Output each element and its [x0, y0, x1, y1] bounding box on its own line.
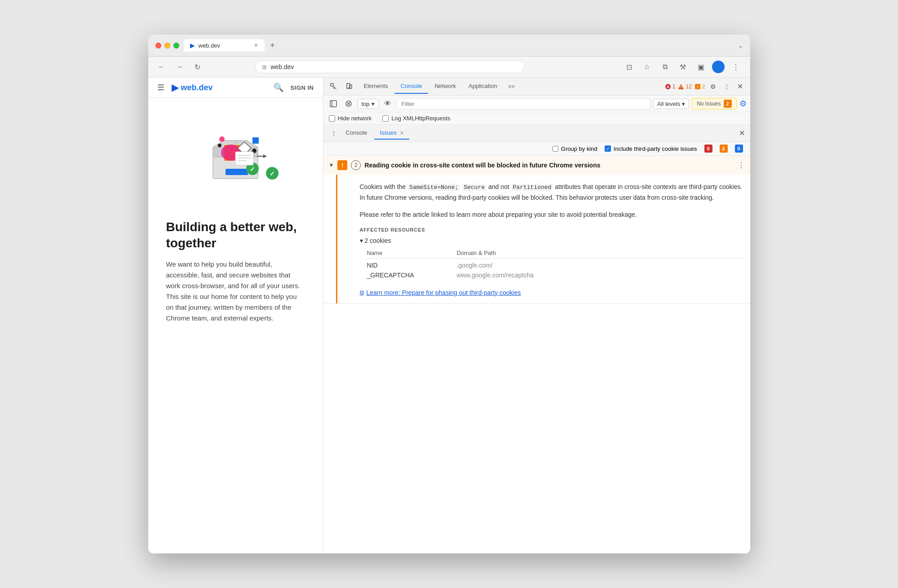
- tab-console[interactable]: Console: [394, 79, 429, 94]
- filter-input[interactable]: [397, 98, 650, 110]
- log-xmlhttp-checkbox[interactable]: [382, 115, 389, 122]
- col-name-header: Name: [367, 250, 457, 256]
- log-xmlhttp-label[interactable]: Log XMLHttpRequests: [382, 115, 450, 122]
- tab-elements[interactable]: Elements: [358, 79, 394, 94]
- close-button[interactable]: [155, 43, 161, 48]
- site-logo: ▶ web.dev: [172, 82, 213, 93]
- log-levels-label: All levels: [657, 101, 680, 107]
- tab-close-icon[interactable]: ✕: [254, 42, 258, 48]
- cookie-row-grecaptcha: _GRECAPTCHA www.google.com/recaptcha: [367, 270, 743, 280]
- devtools-settings-icon[interactable]: ⚙: [707, 80, 720, 93]
- info-count-badge: 0: [735, 145, 743, 153]
- profile-avatar[interactable]: 👤: [712, 61, 725, 73]
- extensions-icon[interactable]: ⧉: [658, 60, 672, 74]
- site-nav: ☰ ▶ web.dev 🔍 SIGN IN: [148, 78, 323, 98]
- url-text: web.dev: [270, 63, 294, 70]
- drawer-console-tab[interactable]: Console: [341, 127, 373, 140]
- cookies-toggle[interactable]: ▾ 2 cookies: [360, 237, 743, 244]
- affected-resources-label: AFFECTED RESOURCES: [360, 227, 743, 233]
- devtools-close-icon[interactable]: ✕: [734, 80, 747, 93]
- tab-application[interactable]: Application: [462, 79, 504, 94]
- no-issues-button[interactable]: No Issues 2: [692, 98, 736, 110]
- menu-icon[interactable]: ⋮: [729, 60, 743, 74]
- learn-more-text: Learn more: Prepare for phasing out thir…: [367, 289, 521, 296]
- svg-rect-31: [330, 101, 336, 107]
- devtools-icon[interactable]: ⚒: [676, 60, 690, 74]
- info-badge: ! 2: [695, 83, 705, 90]
- back-button[interactable]: ←: [155, 61, 168, 73]
- site-logo-text: web.dev: [181, 83, 213, 92]
- group-by-kind-checkbox[interactable]: [553, 146, 558, 152]
- svg-marker-20: [263, 154, 267, 158]
- issue-more-options-icon[interactable]: ⋮: [738, 161, 745, 170]
- inspect-element-icon[interactable]: [327, 80, 341, 93]
- svg-text:✕: ✕: [666, 85, 670, 89]
- url-bar[interactable]: ⊞ web.dev: [255, 61, 525, 73]
- sidebar-toggle-icon[interactable]: ▣: [694, 60, 708, 74]
- devtools-more-icon[interactable]: ⋮: [721, 80, 733, 93]
- issue-count-badge: 2: [351, 160, 361, 170]
- cookie-name-nid: NID: [367, 262, 457, 269]
- browser-window: ▶ web.dev ✕ + ⌄ ← → ↻ ⊞ web.dev ⊡ ☆ ⧉ ⚒ …: [148, 35, 750, 553]
- drawer-issues-tab[interactable]: Issues ✕: [374, 127, 409, 140]
- info-icon: !: [695, 83, 701, 90]
- close-drawer-icon[interactable]: ✕: [739, 129, 745, 137]
- learn-more-link[interactable]: ⧉ Learn more: Prepare for phasing out th…: [360, 289, 743, 296]
- window-controls-icon[interactable]: ⌄: [738, 42, 743, 49]
- issues-tab-bar: ⋮ Console Issues ✕ ✕: [323, 125, 750, 142]
- error-icon: ✕: [665, 83, 671, 90]
- hide-network-label[interactable]: Hide network: [329, 115, 372, 122]
- clear-console-button[interactable]: [342, 97, 355, 110]
- console-settings-icon[interactable]: ⚙: [739, 99, 747, 109]
- log-levels-arrow: ▾: [682, 101, 685, 107]
- forward-button[interactable]: →: [173, 61, 186, 73]
- context-value: top: [362, 101, 370, 107]
- active-tab[interactable]: ▶ web.dev ✕: [184, 39, 265, 52]
- context-dropdown[interactable]: top ▾: [358, 99, 379, 109]
- live-expressions-icon[interactable]: 👁: [381, 97, 394, 110]
- group-by-kind-label: Group by kind: [561, 145, 597, 152]
- hide-network-checkbox[interactable]: [329, 115, 335, 122]
- bookmark-icon[interactable]: ☆: [640, 60, 654, 74]
- error-badge: ✕ 1: [665, 83, 676, 90]
- issue-header[interactable]: ▼ ! 2 Reading cookie in cross-site conte…: [323, 156, 750, 175]
- sidebar-toggle-button[interactable]: [327, 97, 340, 110]
- cast-icon[interactable]: ⊡: [622, 60, 636, 74]
- tab-network[interactable]: Network: [428, 79, 462, 94]
- hamburger-menu-icon[interactable]: ☰: [157, 83, 164, 92]
- title-bar: ▶ web.dev ✕ + ⌄: [148, 35, 750, 57]
- third-party-cookies-group: ✓ Include third-party cookie issues: [605, 145, 697, 152]
- main-content: ☰ ▶ web.dev 🔍 SIGN IN: [148, 78, 750, 553]
- address-actions: ⊡ ☆ ⧉ ⚒ ▣ 👤 ⋮: [622, 60, 743, 74]
- issues-tab-close-icon[interactable]: ✕: [400, 130, 404, 136]
- third-party-checkbox[interactable]: ✓: [605, 145, 611, 152]
- sign-in-button[interactable]: SIGN IN: [291, 84, 314, 91]
- hero-description: We want to help you build beautiful, acc…: [166, 259, 305, 324]
- svg-text:✓: ✓: [270, 170, 275, 177]
- maximize-button[interactable]: [173, 43, 179, 48]
- site-search-icon[interactable]: 🔍: [274, 83, 283, 92]
- new-tab-button[interactable]: +: [266, 39, 279, 52]
- issues-content: ▼ ! 2 Reading cookie in cross-site conte…: [323, 156, 750, 553]
- svg-text:!: !: [681, 85, 682, 89]
- drawer-options-icon[interactable]: ⋮: [329, 128, 339, 139]
- svg-rect-15: [235, 152, 253, 165]
- error-count-badge: 0: [704, 145, 712, 153]
- issue-item: ▼ ! 2 Reading cookie in cross-site conte…: [323, 156, 750, 304]
- hero-title: Building a better web, together: [166, 219, 305, 252]
- col-domain-header: Domain & Path: [457, 250, 743, 256]
- warning-badge: ! 12: [678, 83, 691, 90]
- cookies-table-header: Name Domain & Path: [367, 248, 743, 259]
- third-party-label: Include third-party cookie issues: [614, 145, 697, 152]
- svg-text:✓: ✓: [250, 166, 255, 173]
- affected-resources: AFFECTED RESOURCES ▾ 2 cookies Name Doma…: [360, 227, 743, 280]
- refresh-button[interactable]: ↻: [191, 61, 204, 73]
- address-bar: ← → ↻ ⊞ web.dev ⊡ ☆ ⧉ ⚒ ▣ 👤 ⋮: [148, 57, 750, 78]
- more-tabs-button[interactable]: >>: [504, 79, 519, 93]
- device-toolbar-icon[interactable]: [342, 80, 356, 93]
- hero-illustration-container: ✓ ✓: [148, 98, 323, 197]
- expand-arrow-icon[interactable]: ▼: [329, 162, 334, 168]
- external-link-icon: ⧉: [360, 289, 364, 296]
- log-levels-dropdown[interactable]: All levels ▾: [653, 99, 689, 109]
- minimize-button[interactable]: [164, 43, 170, 48]
